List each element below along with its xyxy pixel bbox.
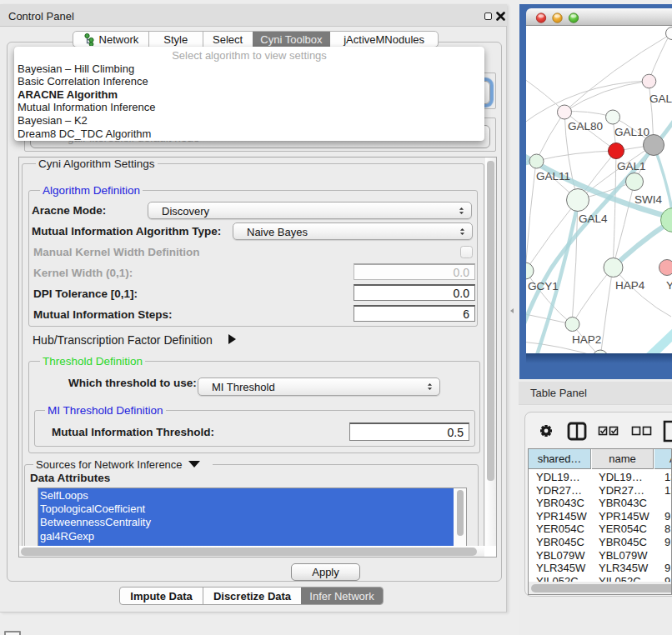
svg-text:GAL10: GAL10 <box>614 126 649 138</box>
svg-text:SWI4: SWI4 <box>634 193 662 206</box>
svg-text:GAL80: GAL80 <box>568 120 603 132</box>
svg-text:YJ: YJ <box>666 279 672 292</box>
svg-text:GCY1: GCY1 <box>528 280 559 292</box>
svg-text:GAL1: GAL1 <box>617 160 646 172</box>
svg-text:GAL4: GAL4 <box>579 212 608 225</box>
svg-text:HAP4: HAP4 <box>615 279 645 292</box>
svg-text:HAP2: HAP2 <box>572 333 601 346</box>
svg-text:GAL7: GAL7 <box>649 92 672 105</box>
svg-text:GAL11: GAL11 <box>536 170 570 182</box>
